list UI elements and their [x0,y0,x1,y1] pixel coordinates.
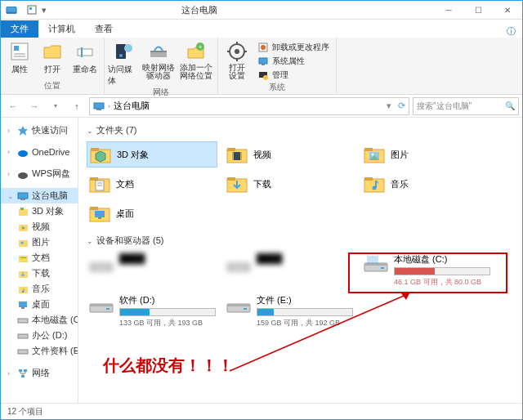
folder-music[interactable]: 音乐 [361,171,492,197]
nav-up-button[interactable]: ↑ [68,97,86,115]
svg-rect-50 [18,334,28,338]
folder-3d-objects[interactable]: 3D 对象 [87,141,217,168]
address-box[interactable]: › 这台电脑 ▾ ⟳ [89,97,409,115]
ribbon-group-network: 访问媒体 映射网络 驱动器 + 添加一个 网络位置 网络 [105,38,218,94]
svg-point-46 [22,290,24,292]
svg-text:+: + [199,43,203,51]
drive-bar [257,308,353,316]
drive-bar [119,308,216,316]
folders-grid: 3D 对象 视频 图片 文档 下载 音乐 桌面 [87,141,514,226]
uninstall-button[interactable]: 卸载或更改程序 [254,41,333,54]
nav-documents[interactable]: 文档 [1,250,78,266]
svg-rect-51 [18,350,28,354]
nav-music[interactable]: 音乐 [1,281,78,297]
access-media-button[interactable]: 访问媒体 [108,39,139,87]
svg-rect-76 [364,177,373,181]
nav-onedrive[interactable]: ›OneDrive [1,145,78,159]
tab-view[interactable]: 查看 [85,20,123,38]
folder-videos[interactable]: 视频 [224,141,355,168]
nav-back-button[interactable]: ← [4,97,22,115]
open-button[interactable]: 打开 [37,39,68,75]
status-item-count: 12 个项目 [7,406,43,418]
drive-blurred-1[interactable]: ████ [87,252,217,289]
section-folders-header[interactable]: ⌄文件夹 (7) [87,124,514,136]
svg-rect-56 [91,148,99,151]
explorer-window: ▾ 这台电脑 ─ ☐ ✕ 文件 计算机 查看 ⓘ 属性 打开 [0,0,523,420]
svg-rect-5 [14,46,19,51]
folder-desktop[interactable]: 桌面 [87,200,217,226]
qat-properties-icon[interactable] [27,5,37,16]
svg-rect-74 [227,177,235,181]
nav-quick-access[interactable]: ›快速访问 [1,123,78,138]
minimize-button[interactable]: ─ [434,1,463,19]
nav-recent-dropdown[interactable]: ▾ [47,97,65,115]
rename-button[interactable]: 重命名 [69,39,101,75]
tab-computer[interactable]: 计算机 [38,20,85,38]
address-dropdown-icon[interactable]: ▾ [387,101,391,111]
svg-point-12 [124,44,132,52]
titlebar-left: ▾ [1,4,47,16]
ribbon: 属性 打开 重命名 位置 访问媒体 [1,38,522,95]
manage-button[interactable]: 管理 [254,69,333,82]
svg-rect-1 [7,12,16,14]
status-bar: 12 个项目 [1,403,522,419]
close-button[interactable]: ✕ [493,1,522,19]
ribbon-tabs: 文件 计算机 查看 ⓘ [1,20,522,38]
nav-work-d[interactable]: 办公 (D:) [1,328,78,343]
folder-pictures[interactable]: 图片 [361,141,492,168]
svg-rect-75 [364,179,384,192]
titlebar: ▾ 这台电脑 ─ ☐ ✕ [1,1,522,20]
svg-rect-69 [90,177,98,181]
nav-network[interactable]: ›网络 [1,365,78,381]
svg-point-33 [18,172,28,179]
open-settings-button[interactable]: 打开 设置 [221,39,253,80]
svg-point-18 [235,49,239,54]
nav-this-pc[interactable]: ⌄这台电脑 [1,188,78,203]
nav-desktop[interactable]: 桌面 [1,297,78,312]
folder-documents[interactable]: 文档 [87,171,217,197]
system-small-buttons: 卸载或更改程序 系统属性 管理 [254,39,333,82]
map-drive-button[interactable]: 映射网络 驱动器 [141,39,177,80]
maximize-button[interactable]: ☐ [463,1,493,19]
svg-point-66 [372,154,374,156]
tab-file[interactable]: 文件 [1,20,38,38]
nav-pane: ›快速访问 ›OneDrive ›WPS网盘 ⌄这台电脑 3D 对象 视频 图片… [1,118,78,403]
breadcrumb-item[interactable]: 这台电脑 [114,100,150,112]
svg-rect-29 [94,103,104,109]
refresh-icon[interactable]: ⟳ [395,101,405,111]
nav-wps[interactable]: ›WPS网盘 [1,166,78,181]
svg-rect-48 [21,307,25,309]
svg-point-24 [261,45,266,50]
drive-software-d[interactable]: 软件 (D:) 133 GB 可用，共 193 GB [87,293,217,330]
search-icon[interactable]: 🔍 [505,101,515,110]
nav-3d-objects[interactable]: 3D 对象 [1,203,78,219]
svg-point-77 [373,186,377,190]
drive-blurred-2[interactable]: ████ [224,252,355,289]
folder-downloads[interactable]: 下载 [224,171,355,197]
svg-rect-14 [150,51,167,52]
nav-downloads[interactable]: 下载 [1,266,78,281]
nav-forward-button[interactable]: → [25,97,43,115]
svg-point-11 [119,54,123,57]
nav-videos[interactable]: 视频 [1,219,78,235]
nav-pictures[interactable]: 图片 [1,235,78,250]
svg-rect-36 [19,209,28,216]
svg-rect-83 [227,263,250,271]
drive-icon [226,294,252,317]
system-properties-button[interactable]: 系统属性 [254,55,333,68]
annotation-box [348,252,507,293]
svg-rect-61 [232,152,234,160]
breadcrumb-chevron-icon[interactable]: › [108,102,110,110]
svg-rect-92 [227,304,250,306]
drive-files-e[interactable]: 文件 (E:) 159 GB 可用，共 192 GB [224,293,355,330]
ribbon-help-icon[interactable]: ⓘ [507,25,522,38]
svg-rect-81 [98,217,101,219]
svg-rect-54 [21,375,25,378]
nav-local-disk-c[interactable]: 本地磁盘 (C:) [1,312,78,328]
search-box[interactable]: 搜索"这台电脑" 🔍 [413,97,519,115]
section-drives-header[interactable]: ⌄设备和驱动器 (5) [87,235,514,247]
add-network-location-button[interactable]: + 添加一个 网络位置 [178,39,214,80]
quick-access-toolbar: ▾ [20,5,47,16]
nav-files-e[interactable]: 文件资料 (E:) [1,343,78,359]
properties-button[interactable]: 属性 [4,39,35,75]
